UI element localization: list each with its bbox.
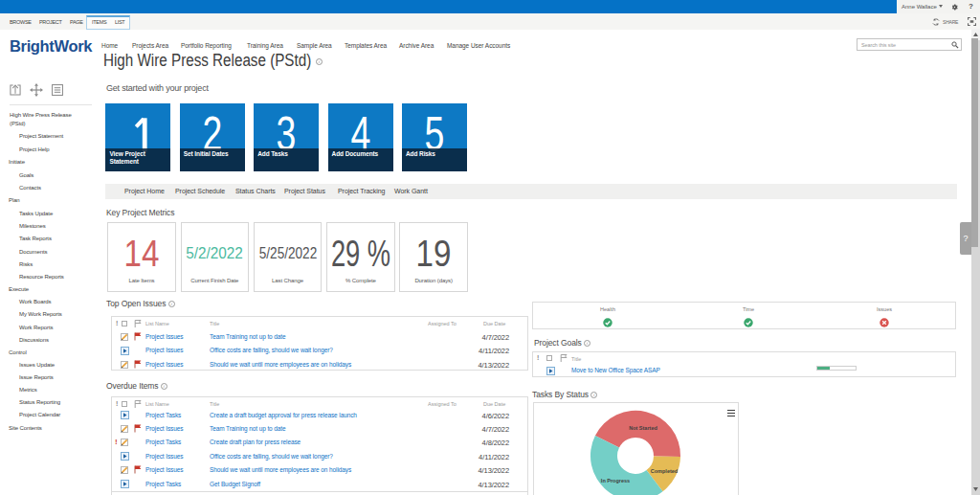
svg-text:Completed: Completed xyxy=(651,468,678,474)
svg-text:Not Started: Not Started xyxy=(629,425,657,431)
svg-text:In Progress: In Progress xyxy=(601,478,630,484)
